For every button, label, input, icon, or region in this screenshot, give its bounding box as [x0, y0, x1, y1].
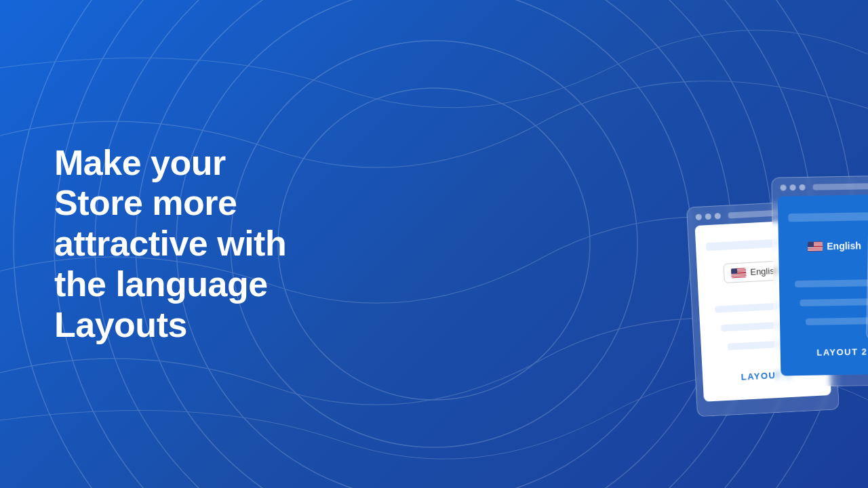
dot3: [715, 213, 721, 219]
layout2-inner: English ▼ LAYOUT 2: [778, 194, 868, 375]
layout2-window: English ▼ LAYOUT 2: [771, 175, 868, 387]
dot3: [799, 184, 805, 190]
placeholder-line3: [806, 318, 868, 326]
dot2: [705, 214, 711, 220]
layout2-dropdown-text: English: [827, 241, 861, 252]
main-content: Make your Store more attractive with the…: [0, 0, 868, 488]
placeholder-line: [795, 279, 868, 287]
us-flag-icon: [731, 268, 747, 278]
layouts-showcase: English ▼ LAYOUT 1: [353, 0, 868, 488]
dot2: [789, 184, 795, 190]
placeholder-line2: [800, 298, 868, 306]
layout2-dropdown[interactable]: English ▼: [797, 234, 868, 258]
us-flag-icon: [808, 242, 823, 251]
layout2-label: LAYOUT 2: [816, 346, 867, 357]
headline-section: Make your Store more attractive with the…: [0, 143, 353, 346]
window-dots-2: [772, 176, 868, 196]
topbar-bar: [812, 183, 868, 190]
placeholder-bar: [788, 212, 868, 222]
dot1: [696, 214, 702, 220]
dot1: [781, 184, 787, 190]
main-headline: Make your Store more attractive with the…: [54, 143, 298, 346]
